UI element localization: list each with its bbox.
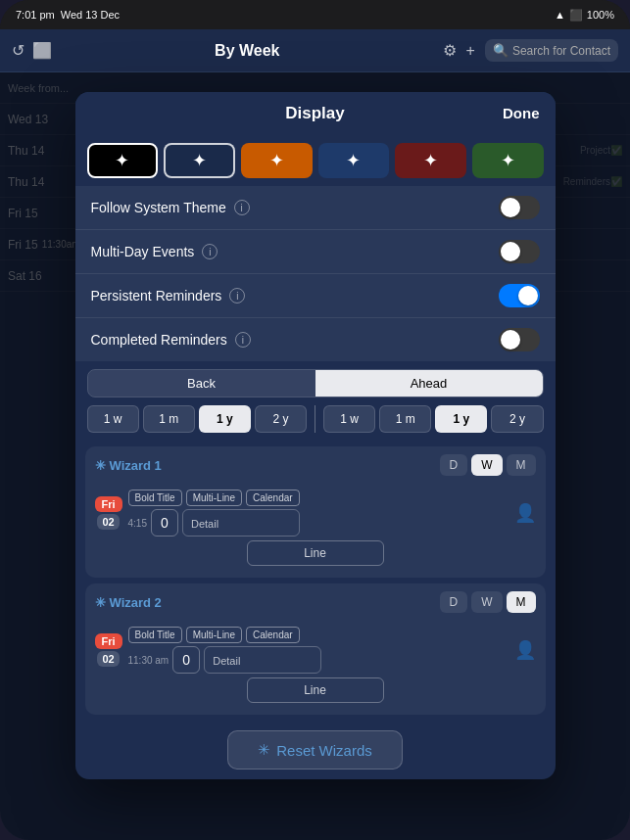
battery-icon: ⬛: [569, 9, 583, 22]
toggle-completed-reminders[interactable]: [499, 328, 540, 351]
nav-right: ⚙ + 🔍 Search for Contact: [443, 39, 618, 62]
setting-persistent-reminders-label: Persistent Reminders i: [91, 288, 246, 303]
wizard-2-section: ✳ Wizard 2 D W M Fri 02: [85, 583, 546, 715]
theme-btn-dark-red[interactable]: ✦: [395, 143, 466, 178]
wizard-1-d-tab[interactable]: D: [440, 454, 468, 476]
setting-completed-reminders-label: Completed Reminders i: [91, 332, 251, 348]
wizard-2-m-tab[interactable]: M: [507, 591, 536, 613]
theme-btn-orange[interactable]: ✦: [241, 143, 313, 178]
wizard-2-tag-bold[interactable]: Bold Title: [128, 627, 182, 643]
star-icon-orange: ✦: [269, 150, 284, 171]
tools-icon[interactable]: ⚙: [443, 41, 457, 60]
modal-overlay: Display Done ✦ ✦ ✦ ✦: [0, 72, 630, 840]
modal-header: Display Done: [75, 92, 556, 135]
ahead-1m[interactable]: 1 m: [379, 405, 431, 433]
theme-btn-dark-blue[interactable]: ✦: [164, 143, 235, 178]
info-icon-multi-day[interactable]: i: [202, 244, 218, 259]
setting-follow-system: Follow System Theme i: [75, 186, 556, 230]
setting-follow-system-label: Follow System Theme i: [91, 200, 250, 215]
wizard-1-tags: Bold Title Multi-Line Calendar: [128, 490, 300, 506]
ahead-times: 1 w 1 m 1 y 2 y: [323, 405, 544, 433]
back-1m[interactable]: 1 m: [143, 405, 195, 433]
toggle-knob-completed: [501, 330, 520, 350]
back-1y[interactable]: 1 y: [199, 405, 251, 433]
setting-multi-day-label: Multi-Day Events i: [91, 244, 218, 259]
wizard-1-tag-multiline[interactable]: Multi-Line: [186, 490, 242, 506]
toggle-knob-persistent: [518, 286, 538, 305]
display-modal: Display Done ✦ ✦ ✦ ✦: [75, 92, 556, 779]
wizard-2-d-tab[interactable]: D: [440, 591, 468, 613]
wizard-2-detail-text: Detail: [213, 655, 240, 667]
back-times: 1 w 1 m 1 y 2 y: [87, 405, 308, 433]
modal-title: Display: [240, 104, 390, 123]
wizard-1-line-btn[interactable]: Line: [247, 540, 384, 566]
toggle-multi-day[interactable]: [499, 240, 540, 263]
toggle-knob-follow-system: [501, 198, 520, 217]
wifi-icon: ▲: [555, 9, 565, 21]
wizard-1-counter[interactable]: 0: [151, 509, 178, 537]
ahead-time-row: 1 w 1 m 1 y 2 y: [323, 405, 544, 433]
star-icon-black: ✦: [115, 150, 129, 171]
back-tab[interactable]: Back: [88, 370, 315, 397]
ahead-2y[interactable]: 2 y: [491, 405, 543, 433]
nav-square-icon[interactable]: ⬜: [32, 41, 52, 60]
search-placeholder: Search for Contact: [512, 44, 610, 58]
wizard-2-title: ✳ Wizard 2: [95, 595, 162, 610]
status-bar: 7:01 pm Wed 13 Dec ▲ ⬛ 100%: [0, 0, 630, 29]
wizard-1-preview-row: Fri 02 Bold Title Multi-Line Calendar 4:…: [95, 490, 536, 537]
wizard-1-preview: Fri 02 Bold Title Multi-Line Calendar 4:…: [85, 484, 546, 578]
status-left: 7:01 pm Wed 13 Dec: [16, 9, 120, 21]
wizard-2-counter[interactable]: 0: [172, 646, 200, 674]
wizard-1-line-section: Line: [95, 540, 536, 566]
info-icon-completed[interactable]: i: [235, 332, 251, 348]
wizard-1-detail-text: Detail: [191, 518, 218, 530]
settings-section: Follow System Theme i Multi-Day Events i: [75, 186, 556, 361]
wizard-2-tag-calendar[interactable]: Calendar: [246, 627, 300, 643]
reset-label: Reset Wizards: [276, 742, 372, 759]
wizard-1-tag-bold[interactable]: Bold Title: [128, 490, 182, 506]
back-ahead-header: Back Ahead: [87, 369, 544, 397]
wizard-2-w-tab[interactable]: W: [471, 591, 502, 613]
search-icon: 🔍: [493, 43, 509, 58]
toggle-persistent-reminders[interactable]: [499, 284, 540, 307]
wizard-2-date-badge: Fri: [95, 633, 122, 649]
reset-wizards-button[interactable]: ✳ Reset Wizards: [227, 730, 403, 770]
wizard-2-detail-box[interactable]: Detail: [204, 646, 321, 674]
wizard-2-line-btn[interactable]: Line: [247, 677, 384, 703]
wizard-1-detail-box[interactable]: Detail: [182, 509, 300, 537]
nav-bar: ↺ ⬜ By Week ⚙ + 🔍 Search for Contact: [0, 29, 630, 72]
theme-btn-green[interactable]: ✦: [472, 143, 544, 178]
add-icon[interactable]: +: [466, 42, 475, 60]
wizard-2-tag-multiline[interactable]: Multi-Line: [186, 627, 242, 643]
wizard-1-section: ✳ Wizard 1 D W M Fri 02: [85, 446, 546, 578]
info-icon-persistent[interactable]: i: [229, 288, 245, 303]
ahead-tab[interactable]: Ahead: [315, 370, 543, 397]
theme-btn-black[interactable]: ✦: [87, 143, 159, 178]
wizard-2-header: ✳ Wizard 2 D W M: [85, 583, 546, 621]
wizard-1-w-tab[interactable]: W: [471, 454, 502, 476]
wizard-1-m-tab[interactable]: M: [507, 454, 536, 476]
wizard-1-tag-calendar[interactable]: Calendar: [246, 490, 300, 506]
setting-persistent-reminders: Persistent Reminders i: [75, 274, 556, 318]
done-button[interactable]: Done: [503, 105, 540, 121]
search-bar[interactable]: 🔍 Search for Contact: [485, 39, 618, 62]
info-icon-follow-system[interactable]: i: [234, 200, 250, 215]
ahead-1w[interactable]: 1 w: [323, 405, 375, 433]
status-time: 7:01 pm: [16, 9, 55, 21]
refresh-icon[interactable]: ↺: [12, 41, 24, 60]
star-icon-blue: ✦: [346, 150, 361, 171]
back-ahead-times: 1 w 1 m 1 y 2 y 1 w 1 m 1 y 2 y: [87, 405, 544, 433]
wizard-2-views: D W M: [440, 591, 536, 613]
theme-btn-blue[interactable]: ✦: [318, 143, 390, 178]
ahead-1y[interactable]: 1 y: [435, 405, 487, 433]
wizard-2-date: Fri 02: [95, 633, 122, 667]
setting-completed-reminders: Completed Reminders i: [75, 318, 556, 361]
toggle-follow-system[interactable]: [499, 196, 540, 219]
back-2y[interactable]: 2 y: [255, 405, 307, 433]
wizard-2-line-section: Line: [95, 677, 536, 703]
back-1w[interactable]: 1 w: [87, 405, 139, 433]
divider: [315, 405, 315, 433]
wizard-1-person: 👤: [306, 502, 536, 524]
wizard-icon-1: ✳: [95, 458, 106, 473]
person-icon-1: 👤: [514, 502, 536, 524]
